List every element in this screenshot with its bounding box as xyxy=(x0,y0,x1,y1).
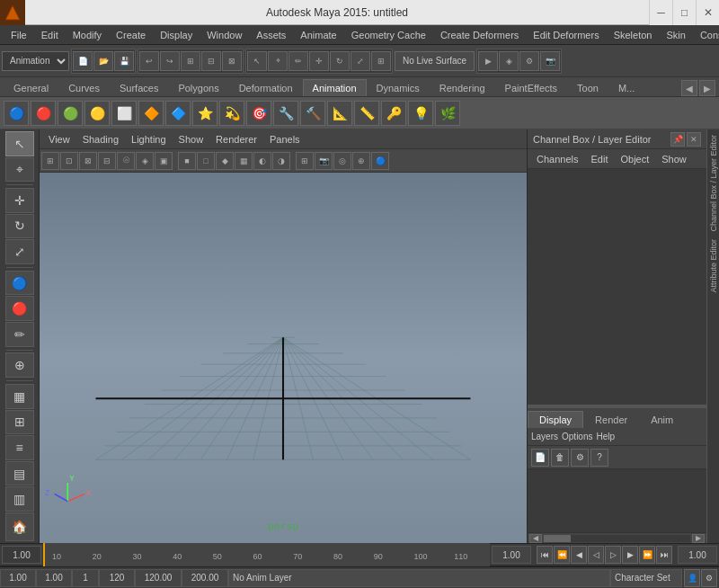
vp-btn-6[interactable]: ◈ xyxy=(136,152,154,170)
channel-menu-channels[interactable]: Channels xyxy=(531,152,583,166)
select-tool[interactable]: ↖ xyxy=(5,131,34,156)
scroll-track[interactable] xyxy=(544,535,690,542)
sculpt-tool[interactable]: 🔴 xyxy=(5,296,34,321)
vp-menu-lighting[interactable]: Lighting xyxy=(126,132,172,147)
shelf-tab-dynamics[interactable]: Dynamics xyxy=(367,79,430,96)
range-start-field[interactable] xyxy=(492,546,531,564)
next-key-btn[interactable]: ▶ xyxy=(622,546,638,564)
shelf-tab-painteffects[interactable]: PaintEffects xyxy=(495,79,568,96)
channel-box-close-btn[interactable]: ✕ xyxy=(687,132,701,147)
shelf-icon-5[interactable]: ⬜ xyxy=(111,101,137,126)
vp-btn-5[interactable]: ⦾ xyxy=(117,152,135,170)
character-set-field[interactable]: Character Set xyxy=(610,569,682,587)
timeline-ruler[interactable]: 10 20 30 40 50 60 70 80 90 100 110 xyxy=(43,543,490,566)
shelf-icon-2[interactable]: 🔴 xyxy=(31,101,56,126)
vp-snap-btn[interactable]: 🔵 xyxy=(371,152,389,170)
channel-menu-edit[interactable]: Edit xyxy=(585,152,613,166)
menu-animate[interactable]: Animate xyxy=(293,28,343,42)
scroll-thumb[interactable] xyxy=(544,535,571,542)
viewport-3d[interactable]: X Y Z persp xyxy=(40,173,527,543)
vp-menu-show[interactable]: Show xyxy=(173,132,209,147)
redo-btn[interactable]: ↪ xyxy=(160,51,180,71)
shelf-tab-general[interactable]: General xyxy=(4,79,58,96)
workspace-dropdown[interactable]: Animation xyxy=(2,51,69,71)
layer-btn-4[interactable]: ▤ xyxy=(5,461,34,486)
cam-btn[interactable]: 📷 xyxy=(540,51,560,71)
snap-btn[interactable]: ⊞ xyxy=(181,51,200,71)
shelf-icon-9[interactable]: 💫 xyxy=(219,101,244,126)
menu-skin[interactable]: Skin xyxy=(659,28,692,42)
snap2-btn[interactable]: ⊟ xyxy=(201,51,221,71)
options-menu[interactable]: Options xyxy=(562,432,592,441)
shelf-icon-8[interactable]: ⭐ xyxy=(192,101,217,126)
next-frame-btn[interactable]: ⏩ xyxy=(639,546,655,564)
shelf-tab-curves[interactable]: Curves xyxy=(58,79,110,96)
vp-res-btn[interactable]: ⊕ xyxy=(352,152,370,170)
shelf-icon-4[interactable]: 🟡 xyxy=(84,101,110,126)
vp-menu-shading[interactable]: Shading xyxy=(77,132,124,147)
lasso-btn[interactable]: ⌖ xyxy=(268,51,288,71)
home-btn[interactable]: 🏠 xyxy=(5,512,34,541)
move-tool[interactable]: ✛ xyxy=(5,188,34,213)
status-icon-2[interactable]: ⚙ xyxy=(701,569,717,587)
layer-tab-display[interactable]: Display xyxy=(528,411,583,428)
new-scene-btn[interactable]: 📄 xyxy=(73,51,93,71)
layer-help-btn[interactable]: ? xyxy=(590,449,608,467)
prev-frame-btn[interactable]: ⏪ xyxy=(554,546,570,564)
current-time-field[interactable] xyxy=(2,546,41,564)
scroll-left-btn[interactable]: ◀ xyxy=(529,534,542,543)
menu-window[interactable]: Window xyxy=(200,28,249,42)
shelf-icon-13[interactable]: 📐 xyxy=(327,101,352,126)
help-menu[interactable]: Help xyxy=(596,432,615,441)
shelf-tab-deformation[interactable]: Deformation xyxy=(229,79,303,96)
vp-btn-4[interactable]: ⊟ xyxy=(98,152,116,170)
scale-btn[interactable]: ⤢ xyxy=(351,51,370,71)
layer-tab-render[interactable]: Render xyxy=(583,411,639,428)
shelf-icon-12[interactable]: 🔨 xyxy=(300,101,325,126)
status-field-4[interactable] xyxy=(99,569,135,587)
vp-btn-7[interactable]: ▣ xyxy=(155,152,173,170)
vp-grid-btn[interactable]: ⊞ xyxy=(296,152,314,170)
vp-smooth-btn[interactable]: ◆ xyxy=(216,152,234,170)
shelf-icon-3[interactable]: 🟢 xyxy=(58,101,83,126)
shelf-icon-1[interactable]: 🔵 xyxy=(4,101,29,126)
shelf-tab-more[interactable]: M... xyxy=(608,79,644,96)
vp-shadow-btn[interactable]: ◑ xyxy=(272,152,290,170)
live-surface-button[interactable]: No Live Surface xyxy=(395,51,475,71)
menu-display[interactable]: Display xyxy=(153,28,200,42)
shelf-icon-16[interactable]: 💡 xyxy=(408,101,433,126)
menu-geometry-cache[interactable]: Geometry Cache xyxy=(344,28,433,42)
layer-options-btn[interactable]: ⚙ xyxy=(571,449,589,467)
vtab-attribute-editor[interactable]: Attribute Editor xyxy=(708,236,719,297)
open-btn[interactable]: 📂 xyxy=(93,51,113,71)
status-field-6[interactable] xyxy=(182,569,228,587)
vp-btn-1[interactable]: ⊞ xyxy=(41,152,59,170)
vp-iso-btn[interactable]: ◎ xyxy=(333,152,351,170)
minimize-button[interactable]: ─ xyxy=(649,0,672,25)
render-settings-btn[interactable]: ⚙ xyxy=(519,51,539,71)
menu-edit-deformers[interactable]: Edit Deformers xyxy=(526,28,606,42)
shelf-icon-7[interactable]: 🔷 xyxy=(165,101,191,126)
channel-menu-show[interactable]: Show xyxy=(656,152,692,166)
layers-menu[interactable]: Layers xyxy=(531,432,558,441)
layer-btn-3[interactable]: ≡ xyxy=(5,435,34,460)
shelf-tab-rendering[interactable]: Rendering xyxy=(430,79,495,96)
vp-cam-btn[interactable]: 📷 xyxy=(315,152,333,170)
lasso-tool[interactable]: ⌖ xyxy=(5,157,34,183)
status-field-2[interactable] xyxy=(36,569,72,587)
prev-key-btn[interactable]: ◀ xyxy=(571,546,587,564)
shelf-tab-surfaces[interactable]: Surfaces xyxy=(110,79,168,96)
menu-create[interactable]: Create xyxy=(109,28,153,42)
paint-btn[interactable]: ✏ xyxy=(288,51,308,71)
range-end-field[interactable] xyxy=(678,546,717,564)
rotate-tool[interactable]: ↻ xyxy=(5,214,34,239)
move-btn[interactable]: ✛ xyxy=(309,51,329,71)
vp-btn-2[interactable]: ⊡ xyxy=(60,152,78,170)
shelf-tab-toon[interactable]: Toon xyxy=(567,79,608,96)
shelf-icon-14[interactable]: 📏 xyxy=(354,101,379,126)
vp-light-btn[interactable]: ◐ xyxy=(253,152,271,170)
vp-menu-renderer[interactable]: Renderer xyxy=(210,132,262,147)
vtab-channel-box[interactable]: Channel Box / Layer Editor xyxy=(708,131,719,236)
menu-file[interactable]: File xyxy=(4,28,34,42)
ipr-btn[interactable]: ◈ xyxy=(499,51,519,71)
